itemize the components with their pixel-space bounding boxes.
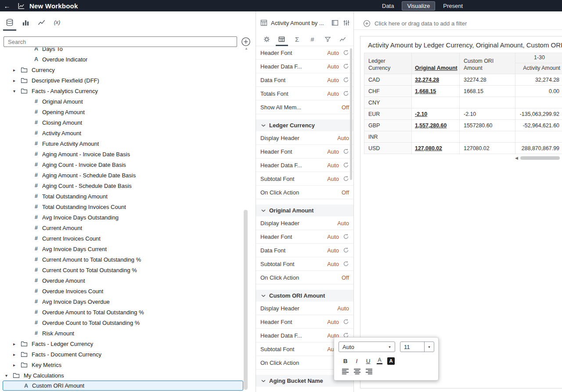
property-value[interactable]: Auto [327,247,339,254]
tab-filters-properties[interactable] [323,33,332,46]
property-row[interactable]: Header FontAuto [256,230,353,244]
font-color-button[interactable]: A [375,356,385,366]
col-header-original-amount[interactable]: Original Amount [412,53,460,74]
property-value[interactable]: Auto [327,90,339,97]
collapse-arrow-icon[interactable]: ▾ [13,89,21,94]
tab-data[interactable]: Data [378,1,397,11]
tab-calculations[interactable]: (x) [49,16,65,29]
property-row[interactable]: Display HeaderAuto [256,302,353,315]
layout-panel-icon[interactable] [331,19,339,26]
property-value[interactable]: Auto [327,63,339,70]
property-value[interactable]: Auto [327,77,339,83]
row-header-cell[interactable]: GBP [364,120,412,131]
tree-folder[interactable]: ▾My Calculations [0,370,256,381]
property-row[interactable]: Header Data F...Auto [256,60,353,73]
data-panel-scrollbar[interactable] [244,210,248,390]
table-row[interactable]: CHF1,668.151668.150.00 [364,86,562,97]
property-value[interactable]: Auto [337,220,349,227]
tree-folder[interactable]: ▸Key Metrics [0,360,256,370]
filter-bar[interactable]: Click here or drag data to add a filter [354,18,562,30]
tree-field[interactable]: #Avg Invoice Days Outstanding [0,212,256,223]
property-row[interactable]: Header Data F...Auto [256,158,353,172]
tree-field[interactable]: #Risk Amount [0,328,256,338]
row-header-cell[interactable]: INR [364,131,412,143]
original-amount-cell[interactable]: 32,274.28 [412,74,460,86]
property-row[interactable]: On Click ActionOff [256,271,353,284]
underline-button[interactable]: U [363,356,373,366]
tree-folder[interactable]: ▸Descriptive Flexfield (DFF) [0,75,256,86]
property-value[interactable]: Off [342,274,349,281]
property-value[interactable]: Auto [327,162,339,169]
property-value[interactable]: Auto [327,234,339,240]
collapse-arrow-icon[interactable]: ▾ [5,373,13,378]
original-amount-cell[interactable]: 127,080.02 [412,143,460,154]
row-header-cell[interactable]: CAD [364,74,412,86]
property-section-header[interactable]: Custom ORI Amount [256,290,353,302]
property-row[interactable]: Display HeaderAuto [256,216,353,230]
property-value[interactable]: Off [342,104,349,111]
property-row[interactable]: Totals FontAuto [256,87,353,101]
reset-icon[interactable] [343,261,349,267]
tree-field[interactable]: #Aging Count - Schedule Date Basis [0,180,256,191]
font-size-dropdown-button[interactable]: ▼ [424,342,434,352]
back-button[interactable]: ← [0,0,14,11]
bold-button[interactable]: B [340,356,350,366]
original-amount-cell[interactable]: 1,557,280.60 [412,120,460,131]
reset-icon[interactable] [343,234,349,240]
property-value[interactable]: Auto [327,50,339,56]
add-data-button[interactable] [241,37,251,47]
tree-field[interactable]: #Avg Invoice Days Current [0,244,256,254]
property-value[interactable]: Auto [327,176,339,182]
reset-icon[interactable] [343,90,349,97]
tree-field[interactable]: #Activity Amount [0,128,256,138]
reset-icon[interactable] [343,148,349,155]
tree-field[interactable]: #Current Amount [0,223,256,233]
property-row[interactable]: Show All Mem...Off [256,101,353,114]
align-center-button[interactable] [352,367,362,375]
property-value[interactable]: Auto [337,135,349,141]
tree-field[interactable]: #Current Count to Total Outstanding % [0,265,256,275]
tree-field[interactable]: ACustom ORI Amount [3,381,243,391]
tree-field[interactable]: #Overdue Count to Total Outstanding % [0,317,256,328]
property-section-header[interactable]: Ledger Currency [256,119,353,131]
reset-icon[interactable] [343,162,349,168]
original-amount-cell[interactable]: -2.10 [412,108,460,120]
align-left-button[interactable] [340,367,350,375]
property-row[interactable]: Header FontAuto [256,145,353,158]
properties-scrollbar[interactable] [350,48,352,180]
tree-field[interactable]: #Overdue Amount [0,275,256,286]
property-value[interactable]: Auto [327,261,339,267]
font-size-select[interactable]: 11 ▼ [400,342,434,352]
tree-field[interactable]: #Original Amount [0,96,256,107]
background-color-button[interactable]: A [386,356,396,366]
tree-folder[interactable]: ▸Currency [0,65,256,75]
tab-visualize[interactable]: Visualize [402,1,435,11]
table-row[interactable]: CNY [364,97,562,108]
row-header-cell[interactable]: CHF [364,86,412,97]
table-row[interactable]: CAD32,274.2832274.2832,274.28 [364,74,562,86]
reset-icon[interactable] [343,63,349,69]
horizontal-scrollbar-thumb[interactable] [520,156,560,160]
scroll-left-icon[interactable]: ◀ [515,156,518,160]
property-row[interactable]: Header FontAuto [256,315,353,329]
tab-present[interactable]: Present [440,1,466,11]
search-input[interactable] [4,36,237,47]
expand-arrow-icon[interactable]: ▸ [13,68,21,72]
scroll-up-icon[interactable]: ▲ [245,47,248,50]
original-amount-cell[interactable] [412,131,460,143]
table-row[interactable]: EUR-2.10-2.10-135,063,299.92 [364,108,562,120]
col-header-activity-amount[interactable]: Activity Amount [515,63,562,74]
property-value[interactable]: Off [342,189,349,196]
tree-field[interactable]: #Current Invoices Count [0,233,256,244]
reset-icon[interactable] [343,50,349,56]
tree-field[interactable]: #Aging Count - Invoice Date Basis [0,159,256,170]
table-row[interactable]: INR [364,131,562,143]
tab-general-properties[interactable] [262,33,271,46]
tree-field[interactable]: ADays To [0,47,256,54]
tree-folder[interactable]: ▸Facts - Document Currency [0,349,256,360]
col-header-ledger-currency[interactable]: Ledger Currency [364,53,412,74]
expand-arrow-icon[interactable]: ▸ [13,342,21,346]
property-row[interactable]: Subtotal FontAuto [256,257,353,271]
property-row[interactable]: Display HeaderAuto [256,131,353,145]
tree-folder[interactable]: ▾Facts - Analytics Currency [0,86,256,96]
